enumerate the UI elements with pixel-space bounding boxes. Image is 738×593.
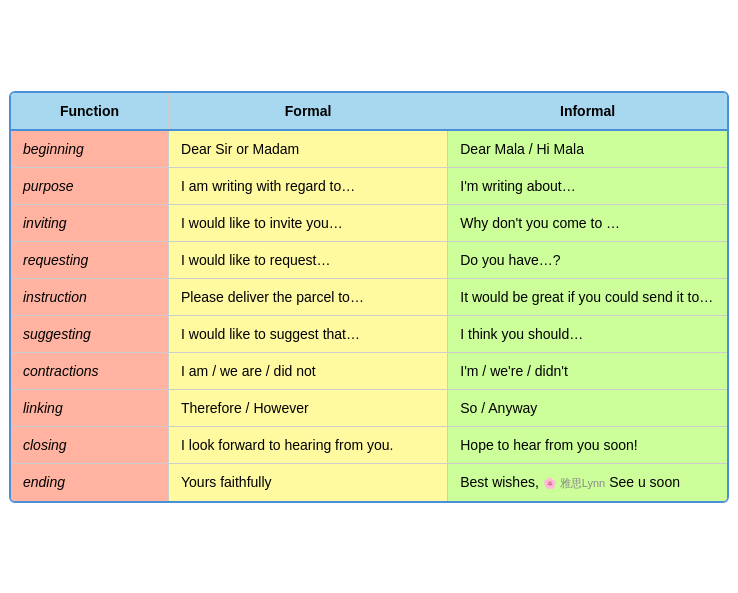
table-row: beginningDear Sir or MadamDear Mala / Hi… [11,130,727,168]
informal-cell: So / Anyway [448,389,727,426]
informal-cell: It would be great if you could send it t… [448,278,727,315]
table-row: purposeI am writing with regard to…I'm w… [11,167,727,204]
table-row: linkingTherefore / HoweverSo / Anyway [11,389,727,426]
function-cell: contractions [11,352,169,389]
informal-cell: Do you have…? [448,241,727,278]
table-row: invitingI would like to invite you…Why d… [11,204,727,241]
formal-cell: I am writing with regard to… [169,167,448,204]
table-row: instructionPlease deliver the parcel to…… [11,278,727,315]
informal-cell: Why don't you come to … [448,204,727,241]
formal-cell: Yours faithfully [169,463,448,501]
header-row: Function Formal Informal [11,93,727,130]
formal-cell: I am / we are / did not [169,352,448,389]
header-function: Function [11,93,169,130]
informal-cell: Dear Mala / Hi Mala [448,130,727,168]
function-cell: beginning [11,130,169,168]
comparison-table: Function Formal Informal beginningDear S… [11,93,727,501]
function-cell: closing [11,426,169,463]
function-cell: ending [11,463,169,501]
table-row: closingI look forward to hearing from yo… [11,426,727,463]
formal-cell: I would like to request… [169,241,448,278]
formal-cell: Please deliver the parcel to… [169,278,448,315]
table-row: endingYours faithfullyBest wishes, 🌸 雅思L… [11,463,727,501]
table-row: suggestingI would like to suggest that…I… [11,315,727,352]
header-informal: Informal [448,93,727,130]
informal-cell: I'm writing about… [448,167,727,204]
informal-cell: I think you should… [448,315,727,352]
formal-cell: Dear Sir or Madam [169,130,448,168]
formal-cell: Therefore / However [169,389,448,426]
function-cell: linking [11,389,169,426]
function-cell: inviting [11,204,169,241]
function-cell: suggesting [11,315,169,352]
formal-cell: I would like to invite you… [169,204,448,241]
main-table-wrapper: Function Formal Informal beginningDear S… [9,91,729,503]
table-row: contractionsI am / we are / did notI'm /… [11,352,727,389]
function-cell: requesting [11,241,169,278]
formal-cell: I look forward to hearing from you. [169,426,448,463]
table-row: requestingI would like to request…Do you… [11,241,727,278]
formal-cell: I would like to suggest that… [169,315,448,352]
function-cell: instruction [11,278,169,315]
header-formal: Formal [169,93,448,130]
informal-cell: I'm / we're / didn't [448,352,727,389]
informal-cell: Best wishes, 🌸 雅思Lynn See u soon [448,463,727,501]
informal-cell: Hope to hear from you soon! [448,426,727,463]
function-cell: purpose [11,167,169,204]
